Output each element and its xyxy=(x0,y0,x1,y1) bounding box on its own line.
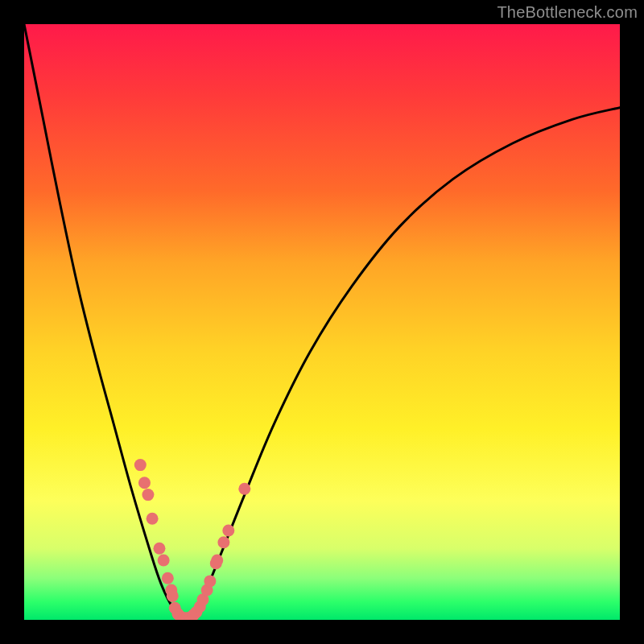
watermark-text: TheBottleneck.com xyxy=(497,3,638,22)
chart-container: TheBottleneck.com xyxy=(0,0,644,644)
plot-gradient-area xyxy=(24,24,620,620)
